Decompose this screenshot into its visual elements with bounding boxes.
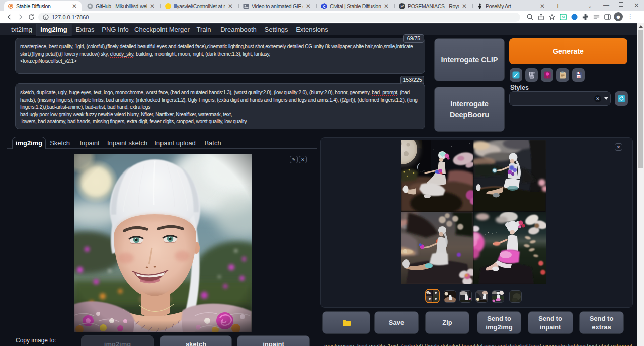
svg-text:C: C xyxy=(323,5,326,8)
svg-text:N: N xyxy=(562,15,565,19)
